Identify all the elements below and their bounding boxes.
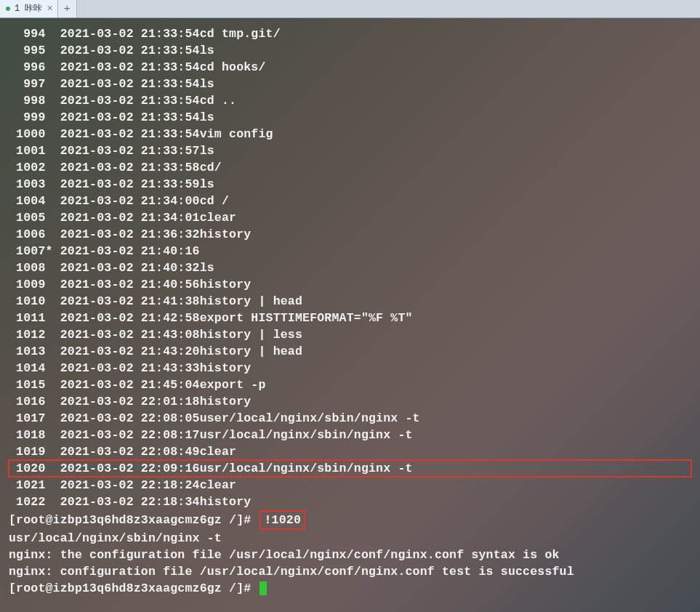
history-row: 994 2021-03-02 21:33:54cd tmp.git/: [9, 25, 691, 42]
history-row: 1017 2021-03-02 22:08:05user/local/nginx…: [9, 410, 691, 427]
history-row: 1011 2021-03-02 21:42:58export HISTTIMEF…: [9, 310, 691, 326]
history-row: 1008 2021-03-02 21:40:32ls: [9, 259, 691, 276]
history-row: 1014 2021-03-02 21:43:33history: [9, 360, 691, 377]
status-dot-icon: [6, 7, 10, 11]
shell-prompt: [root@izbp13q6hd8z3xaagcmz6gz /]#: [9, 513, 258, 527]
shell-prompt: [root@izbp13q6hd8z3xaagcmz6gz /]#: [9, 581, 258, 595]
history-row: 1010 2021-03-02 21:41:38history | head: [9, 293, 691, 310]
history-row: 1019 2021-03-02 22:08:49clear: [9, 443, 691, 460]
tab-session-1[interactable]: 1 咔咔 ×: [0, 0, 58, 17]
history-row: 997 2021-03-02 21:33:54ls: [9, 76, 691, 92]
history-row: 1005 2021-03-02 21:34:01clear: [9, 209, 691, 226]
tab-label: 1 咔咔: [15, 1, 42, 17]
typed-command: !1020: [260, 510, 305, 530]
history-row: 1013 2021-03-02 21:43:20history | head: [9, 343, 691, 360]
history-row: 1004 2021-03-02 21:34:00cd /: [9, 193, 691, 209]
prompt-line: [root@izbp13q6hd8z3xaagcmz6gz /]# !1020: [9, 510, 691, 530]
prompt-line[interactable]: [root@izbp13q6hd8z3xaagcmz6gz /]#: [9, 580, 691, 597]
history-row: 999 2021-03-02 21:33:54ls: [9, 109, 691, 126]
history-row: 1009 2021-03-02 21:40:56history: [9, 276, 691, 293]
history-row: 996 2021-03-02 21:33:54cd hooks/: [9, 59, 691, 76]
history-row: 1020 2021-03-02 22:09:16usr/local/nginx/…: [9, 460, 691, 477]
history-row: 995 2021-03-02 21:33:54ls: [9, 42, 691, 59]
tab-bar: 1 咔咔 × +: [0, 0, 700, 18]
history-row: 1022 2021-03-02 22:18:34history: [9, 494, 691, 510]
history-row: 1000 2021-03-02 21:33:54vim config: [9, 126, 691, 142]
history-row: 1007* 2021-03-02 21:40:16: [9, 243, 691, 259]
stdout-line: nginx: configuration file /usr/local/ngi…: [9, 563, 691, 580]
history-row: 998 2021-03-02 21:33:54cd ..: [9, 92, 691, 109]
history-row: 1003 2021-03-02 21:33:59ls: [9, 176, 691, 193]
new-tab-button[interactable]: +: [58, 0, 77, 17]
history-row: 1015 2021-03-02 21:45:04export -p: [9, 377, 691, 393]
stdout-line: usr/local/nginx/sbin/nginx -t: [9, 530, 691, 547]
cursor-block: [260, 581, 267, 595]
history-row: 1001 2021-03-02 21:33:57ls: [9, 142, 691, 159]
history-row: 1018 2021-03-02 22:08:17usr/local/nginx/…: [9, 427, 691, 443]
history-row: 1012 2021-03-02 21:43:08history | less: [9, 326, 691, 343]
close-icon[interactable]: ×: [47, 1, 52, 17]
history-row: 1021 2021-03-02 22:18:24clear: [9, 477, 691, 494]
history-row: 1002 2021-03-02 21:33:58cd/: [9, 159, 691, 176]
history-row: 1016 2021-03-02 22:01:18history: [9, 393, 691, 410]
plus-icon: +: [64, 1, 71, 17]
history-row: 1006 2021-03-02 21:36:32history: [9, 226, 691, 243]
stdout-line: nginx: the configuration file /usr/local…: [9, 547, 691, 563]
terminal-output[interactable]: 994 2021-03-02 21:33:54cd tmp.git/ 995 2…: [0, 18, 700, 612]
